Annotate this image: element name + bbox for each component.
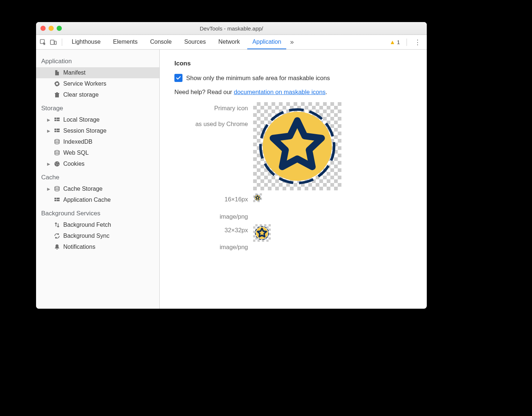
svg-rect-3 [54,118,56,119]
sidebar-group-storage: Storage [36,100,159,114]
sidebar-item-notifications[interactable]: Notifications [36,241,159,252]
sidebar-item-background-fetch[interactable]: Background Fetch [36,219,159,230]
svg-rect-8 [57,129,60,130]
safe-area-checkbox[interactable] [174,74,182,82]
sidebar-item-background-sync[interactable]: Background Sync [36,230,159,241]
cookie-icon [54,161,60,167]
sidebar-item-application-cache[interactable]: Application Cache [36,194,159,205]
sidebar-item-local-storage[interactable]: ▶Local Storage [36,114,159,125]
sidebar-item-session-storage[interactable]: ▶Session Storage [36,125,159,136]
grid-icon [54,128,60,134]
svg-rect-2 [54,41,56,44]
warning-icon: ▲ [390,39,396,46]
main-panel: Icons Show only the minimum safe area fo… [160,50,427,309]
icon-preview-32 [253,224,271,242]
twisty-icon: ▶ [46,162,51,166]
devtools-window: DevTools - maskable.app/ Lighthouse Elem… [36,22,427,309]
sidebar-group-cache: Cache [36,169,159,183]
tab-sources[interactable]: Sources [179,35,211,49]
twisty-icon: ▶ [46,187,51,191]
titlebar[interactable]: DevTools - maskable.app/ [36,22,427,35]
icon-entry-0: 16×16px image/png [174,193,248,221]
svg-rect-19 [54,198,56,199]
icon-entry-1: 32×32px image/png [174,224,248,252]
zoom-window-icon[interactable] [57,26,62,31]
sidebar-item-cache-storage[interactable]: ▶Cache Storage [36,183,159,194]
svg-point-14 [56,163,56,164]
sidebar-item-clear-storage[interactable]: Clear storage [36,89,159,100]
tab-network[interactable]: Network [213,35,245,49]
tab-lighthouse[interactable]: Lighthouse [67,35,106,49]
icons-heading: Icons [174,60,412,67]
window-title: DevTools - maskable.app/ [36,25,427,32]
trash-icon [54,92,60,98]
docs-link[interactable]: documentation on maskable icons [234,89,325,95]
twisty-icon: ▶ [46,118,51,122]
more-tabs-icon[interactable]: » [288,38,295,46]
sidebar-item-service-workers[interactable]: Service Workers [36,78,159,89]
sidebar-item-label: Clear storage [63,92,99,98]
minimize-window-icon[interactable] [49,26,54,31]
sidebar-group-application: Application [36,53,159,67]
svg-point-17 [58,164,58,165]
sidebar-item-label: Application Cache [63,197,111,203]
device-mode-icon[interactable] [49,38,57,46]
sidebar-item-label: Cookies [63,161,85,167]
sync-icon [54,233,60,239]
svg-rect-21 [54,200,56,201]
sidebar-item-label: Web SQL [63,150,89,156]
svg-point-13 [54,161,60,166]
svg-rect-10 [57,131,60,132]
icon-preview-16 [253,193,262,202]
sidebar-item-manifest[interactable]: Manifest [36,67,159,78]
twisty-icon: ▶ [46,129,51,133]
svg-rect-7 [54,129,56,130]
sidebar-item-label: Background Sync [63,233,109,239]
sidebar: ApplicationManifestService WorkersClear … [36,50,160,309]
arrows-icon [54,222,60,228]
tab-application[interactable]: Application [247,35,286,49]
svg-rect-1 [50,40,54,44]
gear-icon [54,80,60,87]
sidebar-item-label: Manifest [63,69,85,76]
close-window-icon[interactable] [40,26,46,31]
sidebar-item-label: IndexedDB [63,139,92,145]
svg-rect-5 [54,120,56,121]
svg-point-15 [57,162,58,163]
svg-point-16 [56,164,57,165]
help-text: Need help? Read our documentation on mas… [174,89,412,96]
inspect-element-icon[interactable] [39,38,47,46]
db-icon [54,186,60,192]
warning-count: 1 [397,39,400,45]
separator [62,39,62,46]
sidebar-item-label: Service Workers [63,80,106,87]
settings-menu-icon[interactable]: ⋮ [411,38,424,46]
sidebar-item-label: Session Storage [63,128,106,134]
sidebar-group-background-services: Background Services [36,205,159,219]
svg-rect-9 [54,131,56,132]
db-icon [54,139,60,145]
svg-rect-4 [57,118,60,119]
grid-icon [54,116,60,123]
devtools-toolbar: Lighthouse Elements Console Sources Netw… [36,35,427,50]
svg-rect-6 [57,120,60,121]
safe-area-label: Show only the minimum safe area for mask… [186,75,330,82]
svg-point-18 [55,186,59,188]
sidebar-item-indexeddb[interactable]: IndexedDB [36,136,159,147]
separator [407,39,407,46]
bell-icon [54,244,60,250]
tab-elements[interactable]: Elements [108,35,143,49]
sidebar-item-label: Cache Storage [63,186,103,192]
sidebar-item-cookies[interactable]: ▶Cookies [36,158,159,169]
primary-icon-preview [253,102,341,190]
sidebar-item-web-sql[interactable]: Web SQL [36,147,159,158]
traffic-lights [36,26,62,31]
svg-point-11 [55,139,59,141]
svg-rect-20 [57,198,60,199]
warnings-button[interactable]: ▲ 1 [387,39,402,46]
sidebar-item-label: Background Fetch [63,222,111,228]
grid-icon [54,197,60,203]
file-icon [54,69,60,76]
tab-console[interactable]: Console [145,35,177,49]
primary-icon-label: Primary icon as used by Chrome [174,102,248,129]
